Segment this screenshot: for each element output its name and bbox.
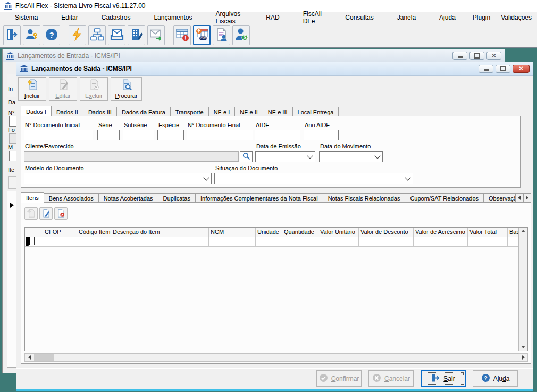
detail-tab[interactable]: Bens Associados [44, 193, 99, 203]
excluir-button[interactable]: Excluir [80, 77, 108, 101]
detail-tab[interactable]: Informações Complementares da Nota Fisca… [195, 193, 323, 203]
toolbar-exit-button[interactable] [3, 25, 21, 45]
cliente-favorecido-input[interactable] [24, 151, 239, 162]
saida-minimize-button[interactable] [479, 65, 493, 73]
data-emissao-combo[interactable] [255, 151, 315, 162]
grid-column-header[interactable]: Quantidade [282, 228, 318, 237]
menu-item[interactable]: Consultas [333, 14, 385, 21]
data-movimento-combo[interactable] [319, 151, 383, 162]
situacao-documento-combo[interactable] [214, 173, 413, 184]
menu-item[interactable]: Editar [49, 14, 89, 21]
editar-button[interactable]: Editar [49, 77, 77, 101]
grid-column-header[interactable]: Valor Total [468, 228, 508, 237]
toolbar-grid-icms-button[interactable]: (ICMS) [193, 25, 211, 45]
clipped-input[interactable] [9, 133, 16, 144]
confirmar-button[interactable]: Confirmar [316, 370, 362, 387]
grid-cell[interactable] [414, 237, 468, 247]
ano-aidf-input[interactable] [304, 130, 339, 140]
doc-final-input[interactable] [187, 130, 253, 140]
grid-cell[interactable] [209, 237, 256, 247]
entrada-titlebar[interactable]: Lançamentos de Entrada - ICMS/IPI ✕ [3, 49, 505, 62]
toolbar-document-user-button[interactable] [213, 25, 230, 45]
detail-tab[interactable]: Notas Fiscais Relacionadas [323, 193, 406, 203]
menu-item[interactable]: Cadastros [90, 14, 142, 21]
clipped-input[interactable] [9, 116, 16, 127]
cancelar-button[interactable]: Cancelar [368, 370, 414, 387]
row-checkbox[interactable] [34, 237, 35, 245]
main-tab[interactable]: NF-e III [263, 107, 293, 116]
main-tab[interactable]: Transporte [170, 107, 209, 116]
grid-column-header[interactable]: CFOP [43, 228, 77, 237]
toolbar-help-button[interactable]: ? [43, 25, 60, 45]
entrada-minimize-button[interactable] [452, 52, 467, 60]
saida-close-button[interactable]: ✕ [513, 65, 530, 73]
grid-column-header[interactable]: NCM [209, 228, 256, 237]
toolbar-inbox-button[interactable] [108, 25, 125, 45]
menu-item[interactable]: FiscAll DFe [291, 10, 334, 25]
toolbar-lightning-button[interactable] [69, 25, 86, 45]
grid-cell[interactable] [111, 237, 209, 247]
menu-item[interactable]: Validações [496, 14, 537, 21]
scroll-right-button[interactable] [519, 354, 527, 361]
toolbar-user-key-button[interactable] [23, 25, 40, 45]
grid-cell[interactable] [318, 237, 359, 247]
main-tab[interactable]: Dados II [51, 107, 83, 116]
grid-column-header[interactable]: Unidade [256, 228, 282, 237]
row-checkbox-cell[interactable] [32, 237, 43, 247]
scroll-down-icon[interactable] [521, 346, 525, 348]
detail-tab[interactable]: Itens [21, 192, 44, 203]
clipped-input[interactable] [9, 151, 16, 161]
serie-input[interactable] [97, 130, 120, 140]
grid-cell[interactable] [282, 237, 318, 247]
add-item-button[interactable] [24, 207, 38, 220]
grid-column-header[interactable]: Valor Unitário [318, 228, 359, 237]
grid-cell[interactable] [359, 237, 414, 247]
menu-item[interactable]: Arquivos Fiscais [204, 10, 254, 25]
menu-item[interactable]: RAD [254, 14, 291, 21]
grid-cell[interactable] [77, 237, 111, 247]
tab-scroll-right-button[interactable] [523, 193, 531, 202]
menu-item[interactable]: Janela [385, 14, 427, 21]
sair-button[interactable]: Sair [421, 370, 466, 387]
scroll-left-button[interactable] [25, 354, 33, 361]
main-tab[interactable]: Dados III [83, 107, 117, 116]
edit-item-button[interactable] [39, 207, 53, 220]
detail-tab[interactable]: Notas Acobertadas [98, 193, 158, 203]
clipped-mini-button[interactable] [8, 176, 16, 189]
grid-cell[interactable] [43, 237, 77, 247]
ajuda-button[interactable]: ? Ajuda [473, 370, 518, 387]
aidf-input[interactable] [255, 130, 300, 140]
procurar-button[interactable]: Procurar [111, 77, 142, 101]
toolbar-company-edit-button[interactable] [128, 25, 145, 45]
grid-column-header[interactable]: Código Item [77, 228, 111, 237]
especie-input[interactable] [157, 130, 184, 140]
detail-tab[interactable]: Duplicatas [158, 193, 196, 203]
toolbar-user-money-button[interactable]: $ [232, 25, 250, 45]
grid-vertical-scrollbar[interactable] [518, 228, 527, 351]
grid-data-row[interactable] [25, 237, 518, 247]
delete-item-button[interactable] [54, 207, 68, 220]
main-tab[interactable]: Local Entrega [292, 107, 339, 116]
toolbar-send-mail-button[interactable] [147, 25, 165, 45]
subserie-input[interactable] [123, 130, 154, 140]
detail-tab[interactable]: Observação d [483, 193, 515, 203]
doc-inicial-input[interactable] [24, 130, 93, 140]
grid-cell[interactable] [468, 237, 508, 247]
grid-column-header[interactable]: Descrição do Item [111, 228, 209, 237]
saida-restore-button[interactable] [496, 65, 510, 73]
main-tab[interactable]: Dados I [21, 106, 52, 116]
tab-scroll-left-button[interactable] [515, 193, 523, 202]
menu-item[interactable]: Sistema [3, 14, 49, 21]
entrada-restore-button[interactable] [469, 52, 484, 60]
grid-cell[interactable] [256, 237, 282, 247]
main-tab[interactable]: Dados da Fatura [116, 107, 171, 116]
toolbar-org-chart-button[interactable] [88, 25, 106, 45]
saida-titlebar[interactable]: Lançamentos de Saída - ICMS/IPI ✕ [16, 62, 533, 76]
scroll-up-icon[interactable] [521, 230, 525, 232]
scrollbar-thumb[interactable] [34, 354, 54, 361]
detail-tab[interactable]: Cupom/SAT Relacionados [405, 193, 484, 203]
modelo-documento-combo[interactable] [24, 173, 212, 184]
toolbar-grid-alert-button[interactable]: ! [173, 25, 191, 45]
main-tab[interactable]: NF-e I [208, 107, 236, 116]
grid-column-header[interactable]: Valor de Desconto [359, 228, 414, 237]
